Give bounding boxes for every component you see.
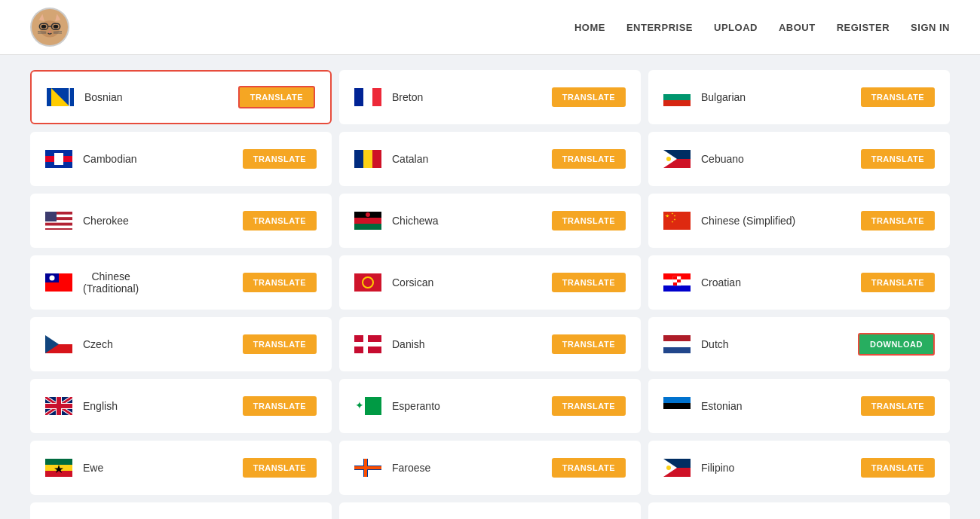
lang-name-faroese: Faroese bbox=[392, 462, 430, 474]
svg-rect-63 bbox=[673, 276, 677, 279]
language-card-bosnian: Bosnian TRANSLATE bbox=[30, 70, 332, 124]
lang-info-estonian: Estonian bbox=[663, 397, 742, 415]
nav-about[interactable]: ABOUT bbox=[779, 22, 816, 33]
svg-rect-31 bbox=[372, 150, 381, 168]
translate-button-breton[interactable]: TRANSLATE bbox=[552, 87, 626, 107]
svg-rect-77 bbox=[663, 347, 691, 353]
header: HOME ENTERPRISE UPLOAD ABOUT REGISTER SI… bbox=[0, 0, 980, 55]
lang-name-corsican: Corsican bbox=[392, 276, 433, 289]
lang-info-dutch: Dutch bbox=[663, 335, 729, 353]
lang-info-english: English bbox=[45, 397, 118, 415]
flag-danish bbox=[354, 335, 381, 353]
flag-filipino bbox=[663, 459, 691, 477]
translate-button-esperanto[interactable]: TRANSLATE bbox=[552, 396, 626, 416]
svg-rect-43 bbox=[45, 212, 57, 221]
lang-name-catalan: Catalan bbox=[392, 153, 428, 165]
language-card-french: French TRANSLATE bbox=[339, 502, 641, 519]
translate-button-english[interactable]: TRANSLATE bbox=[243, 396, 317, 416]
main-content: Bosnian TRANSLATE Breton TRANSLATE Bulga… bbox=[0, 55, 980, 519]
flag-estonian bbox=[663, 397, 691, 415]
download-button-dutch[interactable]: DOWNLOAD bbox=[858, 333, 935, 356]
lang-name-cherokee: Cherokee bbox=[83, 215, 129, 227]
lang-info-bulgarian: Bulgarian bbox=[663, 88, 746, 106]
language-card-filipino: Filipino TRANSLATE bbox=[648, 441, 950, 495]
lang-name-dutch: Dutch bbox=[701, 338, 729, 350]
translate-button-cebuano[interactable]: TRANSLATE bbox=[861, 149, 935, 169]
svg-rect-24 bbox=[663, 100, 691, 106]
translate-button-corsican[interactable]: TRANSLATE bbox=[552, 273, 626, 292]
translate-button-catalan[interactable]: TRANSLATE bbox=[552, 149, 626, 169]
nav-register[interactable]: REGISTER bbox=[837, 22, 890, 33]
flag-breton bbox=[354, 88, 381, 106]
translate-button-faroese[interactable]: TRANSLATE bbox=[552, 458, 626, 478]
svg-rect-76 bbox=[663, 341, 691, 347]
lang-info-czech: Czech bbox=[45, 335, 113, 353]
nav-signin[interactable]: SIGN IN bbox=[911, 22, 950, 33]
svg-rect-93 bbox=[45, 459, 72, 465]
lang-name-filipino: Filipino bbox=[701, 462, 734, 474]
language-card-corsican: Corsican TRANSLATE bbox=[339, 255, 641, 310]
svg-rect-95 bbox=[45, 471, 72, 477]
language-card-estonian: Estonian TRANSLATE bbox=[648, 379, 950, 433]
flag-faroese bbox=[354, 459, 381, 477]
lang-info-filipino: Filipino bbox=[663, 459, 734, 477]
svg-point-47 bbox=[366, 212, 370, 217]
lang-info-chichewa: Chichewa bbox=[354, 212, 438, 230]
svg-rect-68 bbox=[677, 282, 681, 285]
flag-cambodian bbox=[45, 150, 72, 168]
flag-chinese-simplified bbox=[663, 212, 691, 230]
lang-info-chinese-simplified: Chinese (Simplified) bbox=[663, 212, 795, 230]
svg-point-58 bbox=[363, 277, 373, 288]
svg-rect-101 bbox=[354, 466, 381, 469]
lang-info-breton: Breton bbox=[354, 88, 423, 106]
svg-rect-64 bbox=[677, 276, 681, 279]
translate-button-filipino[interactable]: TRANSLATE bbox=[861, 458, 935, 478]
nav-home[interactable]: HOME bbox=[574, 22, 605, 33]
language-card-cebuano: Cebuano TRANSLATE bbox=[648, 132, 950, 186]
translate-button-czech[interactable]: TRANSLATE bbox=[243, 334, 317, 354]
flag-czech bbox=[45, 335, 72, 353]
svg-rect-22 bbox=[663, 88, 691, 94]
svg-point-35 bbox=[666, 157, 671, 161]
svg-point-105 bbox=[666, 466, 671, 470]
nav-upload[interactable]: UPLOAD bbox=[714, 22, 758, 33]
translate-button-ewe[interactable]: TRANSLATE bbox=[243, 458, 317, 478]
svg-rect-45 bbox=[354, 218, 381, 224]
lang-info-cebuano: Cebuano bbox=[663, 150, 744, 168]
translate-button-chichewa[interactable]: TRANSLATE bbox=[552, 211, 626, 230]
translate-button-chinese-simplified[interactable]: TRANSLATE bbox=[861, 211, 935, 230]
nav-enterprise[interactable]: ENTERPRISE bbox=[626, 22, 693, 33]
flag-english bbox=[45, 397, 72, 415]
flag-croatian bbox=[663, 273, 691, 292]
translate-button-danish[interactable]: TRANSLATE bbox=[552, 334, 626, 354]
svg-rect-30 bbox=[363, 150, 372, 168]
svg-point-56 bbox=[50, 276, 55, 281]
svg-rect-86 bbox=[45, 404, 72, 408]
lang-name-chinese-traditional: Chinese(Traditional) bbox=[83, 270, 139, 295]
svg-rect-91 bbox=[663, 403, 691, 409]
lang-info-corsican: Corsican bbox=[354, 273, 433, 292]
flag-esperanto: ✦ bbox=[354, 397, 381, 415]
lang-name-cebuano: Cebuano bbox=[701, 153, 744, 165]
svg-rect-66 bbox=[677, 279, 681, 282]
language-card-chinese-traditional: Chinese(Traditional) TRANSLATE bbox=[30, 255, 332, 310]
translate-button-chinese-traditional[interactable]: TRANSLATE bbox=[243, 273, 317, 292]
translate-button-bosnian[interactable]: TRANSLATE bbox=[238, 86, 315, 108]
svg-rect-40 bbox=[45, 223, 72, 226]
lang-name-esperanto: Esperanto bbox=[392, 400, 440, 412]
svg-rect-29 bbox=[354, 150, 363, 168]
translate-button-estonian[interactable]: TRANSLATE bbox=[861, 396, 935, 416]
svg-rect-21 bbox=[372, 88, 381, 106]
language-card-danish: Danish TRANSLATE bbox=[339, 317, 641, 371]
translate-button-bulgarian[interactable]: TRANSLATE bbox=[861, 87, 935, 107]
language-card-chichewa: Chichewa TRANSLATE bbox=[339, 194, 641, 248]
language-card-czech: Czech TRANSLATE bbox=[30, 317, 332, 371]
lang-info-faroese: Faroese bbox=[354, 459, 430, 477]
flag-bulgarian bbox=[663, 88, 691, 106]
translate-button-croatian[interactable]: TRANSLATE bbox=[861, 273, 935, 292]
svg-rect-19 bbox=[354, 88, 363, 106]
flag-dutch bbox=[663, 335, 691, 353]
lang-name-chichewa: Chichewa bbox=[392, 215, 438, 227]
translate-button-cambodian[interactable]: TRANSLATE bbox=[243, 149, 317, 169]
translate-button-cherokee[interactable]: TRANSLATE bbox=[243, 211, 317, 230]
